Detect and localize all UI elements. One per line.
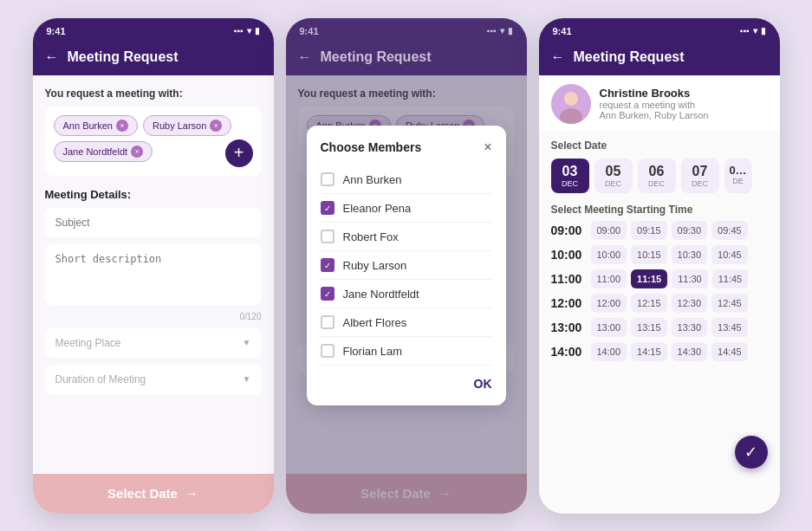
hour-11: 11:00 <box>551 272 586 286</box>
slot-11-15[interactable]: 11:15 <box>631 269 667 288</box>
subject-input[interactable] <box>45 208 262 237</box>
remove-ruby-larson[interactable]: × <box>210 120 222 132</box>
signal-icon: ▪▪▪ <box>234 26 244 36</box>
header-title-1: Meeting Request <box>68 49 179 65</box>
checkbox-jane[interactable]: ✓ <box>321 287 335 301</box>
slots-12: 12:00 12:15 12:30 12:45 <box>591 294 748 313</box>
add-member-button[interactable]: + <box>225 139 253 167</box>
date-06-dec[interactable]: 06 DEC <box>638 159 676 193</box>
slot-11-30[interactable]: 11:30 <box>672 269 708 288</box>
hour-12: 12:00 <box>551 296 586 310</box>
checkbox-robert[interactable] <box>321 230 335 243</box>
slot-13-15[interactable]: 13:15 <box>631 318 667 337</box>
checkbox-florian[interactable] <box>321 344 335 358</box>
time-row-09: 09:00 09:00 09:15 09:30 09:45 <box>551 221 768 240</box>
slot-10-30[interactable]: 10:30 <box>672 245 708 264</box>
slot-13-00[interactable]: 13:00 <box>591 318 627 337</box>
modal-close-button[interactable]: × <box>484 139 491 155</box>
tag-jane-nordtfeldt: Jane Nordtfeldt × <box>54 141 153 162</box>
time-row-11: 11:00 11:00 11:15 11:30 11:45 <box>551 269 768 288</box>
slot-12-45[interactable]: 12:45 <box>711 294 748 313</box>
member-albert-flores[interactable]: Albert Flores <box>321 308 492 337</box>
member-florian-lam[interactable]: Florian Lam <box>321 337 492 366</box>
ok-button[interactable]: OK <box>474 377 492 391</box>
date-07-dec[interactable]: 07 DEC <box>681 159 719 193</box>
header-title-3: Meeting Request <box>574 49 685 65</box>
slot-13-30[interactable]: 13:30 <box>672 318 708 337</box>
member-eleanor-pena[interactable]: ✓ Eleanor Pena <box>321 194 492 223</box>
phone1-content: You request a meeting with: Ann Burken ×… <box>33 75 274 474</box>
member-robert-fox[interactable]: Robert Fox <box>321 223 492 251</box>
slot-14-15[interactable]: 14:15 <box>631 342 667 361</box>
modal-overlay: Choose Members × Ann Burken ✓ Eleanor Pe… <box>286 18 527 514</box>
signal-icon-3: ▪▪▪ <box>740 26 750 36</box>
slot-09-30[interactable]: 09:30 <box>672 221 708 240</box>
checkbox-ann[interactable] <box>321 172 335 186</box>
profile-info: Christine Brooks request a meeting with … <box>600 87 709 120</box>
remove-jane-nordtfeldt[interactable]: × <box>131 146 143 158</box>
slot-09-15[interactable]: 09:15 <box>631 221 667 240</box>
date-row: 03 DEC 05 DEC 06 DEC 07 DEC <box>551 159 768 193</box>
slot-10-45[interactable]: 10:45 <box>711 245 748 264</box>
time-row-10: 10:00 10:00 10:15 10:30 10:45 <box>551 245 768 264</box>
slot-14-45[interactable]: 14:45 <box>711 342 748 361</box>
member-jane-nordtfeldt[interactable]: ✓ Jane Nordtfeldt <box>321 280 492 308</box>
slot-11-45[interactable]: 11:45 <box>712 269 749 288</box>
slot-12-00[interactable]: 12:00 <box>591 294 627 313</box>
time-row-12: 12:00 12:00 12:15 12:30 12:45 <box>551 294 768 313</box>
back-button-3[interactable]: ← <box>551 49 565 65</box>
battery-icon-3: ▮ <box>761 26 766 36</box>
calendar-section: Select Date 03 DEC 05 DEC 06 DEC <box>539 131 780 198</box>
slot-09-00[interactable]: 09:00 <box>591 221 627 240</box>
description-input[interactable] <box>45 244 262 305</box>
phone-3: 9:41 ▪▪▪ ▾ ▮ ← Meeting Request <box>539 18 780 514</box>
time-3: 9:41 <box>553 26 572 36</box>
slot-12-30[interactable]: 12:30 <box>672 294 708 313</box>
slot-13-45[interactable]: 13:45 <box>711 318 748 337</box>
wifi-icon: ▾ <box>247 26 251 36</box>
remove-ann-burken[interactable]: × <box>116 120 128 132</box>
avatar-image <box>551 84 591 124</box>
checkbox-ruby[interactable]: ✓ <box>321 258 335 272</box>
hour-10: 10:00 <box>551 248 586 262</box>
checkbox-eleanor[interactable]: ✓ <box>321 201 335 215</box>
status-icons-1: ▪▪▪ ▾ ▮ <box>234 26 260 36</box>
slot-09-45[interactable]: 09:45 <box>711 221 748 240</box>
member-ruby-larson[interactable]: ✓ Ruby Larson <box>321 251 492 280</box>
tag-ruby-larson: Ruby Larson × <box>143 115 231 136</box>
meeting-place-label: Meeting Place <box>55 337 121 349</box>
slot-14-00[interactable]: 14:00 <box>591 342 627 361</box>
duration-arrow: ▼ <box>243 374 251 384</box>
date-partial[interactable]: 0… DE <box>724 159 752 193</box>
time-section-label: Select Meeting Starting Time <box>551 204 768 216</box>
meeting-place-arrow: ▼ <box>243 338 251 347</box>
app-header-3: ← Meeting Request <box>539 42 780 75</box>
char-count: 0/120 <box>45 312 262 321</box>
member-ann-burken[interactable]: Ann Burken <box>321 165 492 194</box>
hour-09: 09:00 <box>551 223 586 237</box>
select-date-button-1[interactable]: Select Date → <box>33 474 274 514</box>
checkbox-albert[interactable] <box>321 315 335 329</box>
arrow-right-icon: → <box>185 486 198 502</box>
duration-dropdown[interactable]: Duration of Meeting ▼ <box>45 365 262 394</box>
profile-sub2: Ann Burken, Ruby Larson <box>600 110 709 120</box>
date-05-dec[interactable]: 05 DEC <box>594 159 633 193</box>
slot-12-15[interactable]: 12:15 <box>631 294 667 313</box>
slot-11-00[interactable]: 11:00 <box>591 269 627 288</box>
modal-ok-area: OK <box>321 376 492 392</box>
date-03-dec[interactable]: 03 DEC <box>551 159 589 193</box>
time-1: 9:41 <box>47 26 66 36</box>
choose-members-modal: Choose Members × Ann Burken ✓ Eleanor Pe… <box>307 126 506 405</box>
meeting-place-dropdown[interactable]: Meeting Place ▼ <box>45 328 262 358</box>
slot-14-30[interactable]: 14:30 <box>672 342 708 361</box>
back-button-1[interactable]: ← <box>45 49 59 65</box>
avatar <box>551 84 591 124</box>
hour-14: 14:00 <box>551 345 586 359</box>
select-date-label: Select Date <box>551 139 768 152</box>
svg-point-1 <box>564 92 578 106</box>
slot-10-15[interactable]: 10:15 <box>631 245 667 264</box>
wifi-icon-3: ▾ <box>753 26 757 36</box>
tag-ann-burken: Ann Burken × <box>54 115 138 136</box>
slot-10-00[interactable]: 10:00 <box>591 245 627 264</box>
confirm-fab[interactable]: ✓ <box>735 436 768 469</box>
